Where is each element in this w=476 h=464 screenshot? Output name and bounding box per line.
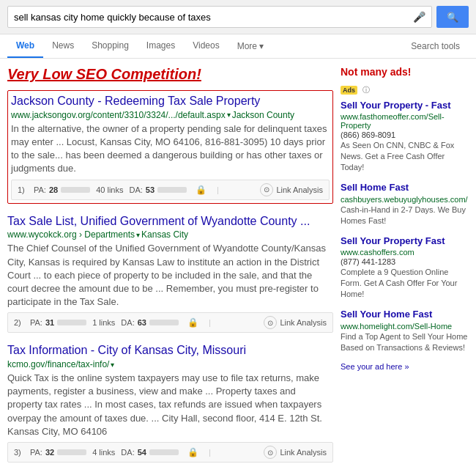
result-3-url: kcmo.gov/finance/tax-info/ ▾ <box>7 359 333 369</box>
ad-1-snippet: As Seen On CNN, CNBC & Fox News. Get a F… <box>341 140 469 173</box>
ad-4-snippet: Find a Top Agent to Sell Your Home Based… <box>341 331 469 353</box>
seo-links-1: 40 links <box>96 185 123 194</box>
ad-1-url: www.fasthomeoffer.com/Sell-Property <box>341 112 469 130</box>
result-2-seo-bar: 2) PA: 31 1 links DA: 63 🔒 | ⊙ Link Anal… <box>7 312 333 333</box>
ad-3-phone: (877) 441-1283 <box>341 257 469 266</box>
ad-4-url: www.homelight.com/Sell-Home <box>341 322 469 331</box>
ad-2: Sell Home Fast cashbuyers.webuyuglyhouse… <box>341 182 469 227</box>
search-result-3: Tax Information - City of Kansas City, M… <box>7 343 333 463</box>
ad-3-snippet: Complete a 9 Question Online Form. Get A… <box>341 267 469 300</box>
result-1-url: www.jacksongov.org/content/3310/3324/...… <box>11 110 330 120</box>
seo-links-2: 1 links <box>92 318 115 327</box>
ads-badge-row: Ads ⓘ <box>341 84 469 95</box>
seo-num-2: 2) <box>14 318 24 327</box>
tab-web[interactable]: Web <box>7 34 43 58</box>
result-3-title[interactable]: Tax Information - City of Kansas City, M… <box>7 343 333 358</box>
link-analysis-3[interactable]: ⊙ Link Analysis <box>264 446 327 459</box>
seo-da-3: DA: 54 <box>121 448 179 457</box>
seo-num-3: 3) <box>14 448 24 457</box>
mic-icon[interactable]: 🎤 <box>413 11 425 23</box>
lock-icon-1: 🔒 <box>196 185 207 195</box>
seo-links-3: 4 links <box>92 448 115 457</box>
result-3-seo-bar: 3) PA: 32 4 links DA: 54 🔒 | ⊙ Link Anal… <box>7 442 333 463</box>
result-highlight-box: Jackson County - Redeeming Tax Sale Prop… <box>7 90 333 204</box>
link-analysis-icon-1: ⊙ <box>260 183 273 196</box>
link-analysis-icon-2: ⊙ <box>264 316 277 329</box>
ads-badge: Ads <box>341 86 357 95</box>
search-input[interactable] <box>14 12 413 23</box>
tab-search-tools[interactable]: Search tools <box>402 35 469 57</box>
result-2-url: www.wycokck.org › Departments ▾ Kansas C… <box>7 229 333 240</box>
link-analysis-icon-3: ⊙ <box>264 446 277 459</box>
tab-images[interactable]: Images <box>138 34 184 58</box>
right-column-label: Not many ads! <box>341 66 469 78</box>
ad-4: Sell Your Home Fast www.homelight.com/Se… <box>341 309 469 353</box>
ad-2-snippet: Cash-in-Hand in 2-7 Days. We Buy Homes F… <box>341 205 469 227</box>
tab-shopping[interactable]: Shopping <box>83 34 138 58</box>
seo-pa-3: PA: 32 <box>30 448 86 457</box>
search-input-wrap[interactable]: 🎤 <box>7 6 432 28</box>
tab-more[interactable]: More ▾ <box>228 35 273 57</box>
seo-pa-2: PA: 31 <box>30 318 86 327</box>
link-analysis-1[interactable]: ⊙ Link Analysis <box>260 183 323 196</box>
see-your-ad-link[interactable]: See your ad here » <box>341 362 469 371</box>
result-3-snippet: Quick Tax is the online system taxpayers… <box>7 372 333 438</box>
result-1-seo-bar: 1) PA: 28 40 links DA: 53 🔒 | ⊙ Link Ana… <box>11 180 330 200</box>
lock-icon-2: 🔒 <box>187 317 198 328</box>
ad-3-title[interactable]: Sell Your Property Fast <box>341 235 469 248</box>
nav-tabs: Web News Shopping Images Videos More ▾ S… <box>0 34 476 59</box>
lock-icon-3: 🔒 <box>187 447 198 457</box>
result-2-snippet: The Chief Counsel of the Unified Governm… <box>7 242 333 309</box>
ad-3: Sell Your Property Fast www.cashoffers.c… <box>341 235 469 300</box>
ad-1-title[interactable]: Sell Your Property - Fast <box>341 100 469 112</box>
ad-2-url: cashbuyers.webuyuglyhouses.com/ <box>341 195 469 204</box>
right-column: Not many ads! Ads ⓘ Sell Your Property -… <box>341 66 469 464</box>
seo-num-1: 1) <box>18 185 28 194</box>
ad-1: Sell Your Property - Fast www.fasthomeof… <box>341 100 469 173</box>
seo-competition-label: Very Low SEO Competition! <box>7 66 333 83</box>
ad-1-phone: (866) 869-8091 <box>341 130 469 139</box>
tab-videos[interactable]: Videos <box>184 34 228 58</box>
result-1-snippet: In the alternative, the owner of a prope… <box>11 122 330 176</box>
ad-3-url: www.cashoffers.com <box>341 248 469 257</box>
search-button[interactable]: 🔍 <box>436 6 469 28</box>
seo-da-2: DA: 63 <box>121 318 179 327</box>
result-1-title[interactable]: Jackson County - Redeeming Tax Sale Prop… <box>11 94 330 109</box>
main-layout: Very Low SEO Competition! Jackson County… <box>0 59 476 464</box>
link-analysis-2[interactable]: ⊙ Link Analysis <box>264 316 327 329</box>
ad-4-title[interactable]: Sell Your Home Fast <box>341 309 469 321</box>
seo-da-1: DA: 53 <box>129 185 187 194</box>
ads-info-icon[interactable]: ⓘ <box>362 86 370 94</box>
search-result-2: Tax Sale List, Unified Government of Wya… <box>7 214 333 334</box>
seo-pa-1: PA: 28 <box>34 185 90 194</box>
result-2-title[interactable]: Tax Sale List, Unified Government of Wya… <box>7 214 333 229</box>
tab-news[interactable]: News <box>43 34 83 58</box>
search-icon: 🔍 <box>447 12 458 23</box>
left-column: Very Low SEO Competition! Jackson County… <box>7 66 333 464</box>
search-result-1: Jackson County - Redeeming Tax Sale Prop… <box>11 94 330 176</box>
ad-2-title[interactable]: Sell Home Fast <box>341 182 469 194</box>
search-bar-area: 🎤 🔍 <box>0 0 476 34</box>
